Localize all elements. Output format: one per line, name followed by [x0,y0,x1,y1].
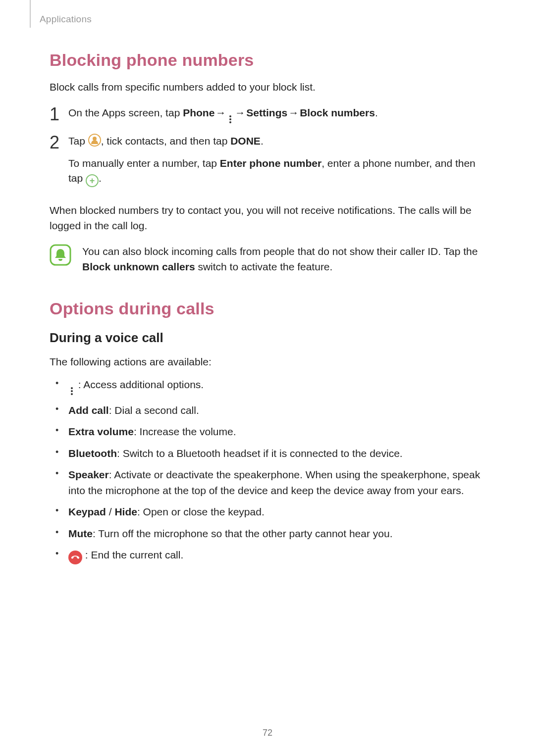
mute-text: : Turn off the microphone so that the ot… [93,528,392,539]
plus-icon: + [86,174,99,187]
list-item-end-call: : End the current call. [66,547,485,564]
steps-list: 1 On the Apps screen, tap Phone → → Sett… [50,105,485,194]
arrow-icon: → [214,105,227,120]
label-enter-phone-number: Enter phone number [220,157,321,169]
step-2-body: Tap , tick contacts, and then tap DONE. … [68,134,485,194]
speaker-text: : Activate or deactivate the speakerphon… [68,469,480,496]
actions-list: : Access additional options. Add call: D… [50,377,485,565]
step-2-line1-mid: , tick contacts, and then tap [101,135,231,147]
keypad-text: : Open or close the keypad. [137,506,265,517]
heading-options-during-calls: Options during calls [50,299,485,318]
list-item-keypad: Keypad / Hide: Open or close the keypad. [66,504,485,520]
label-mute: Mute [68,528,93,539]
page-number: 72 [263,728,272,738]
label-add-call: Add call [68,404,109,416]
header-rule [30,0,31,28]
step-1-end: . [375,107,378,118]
page: Applications Blocking phone numbers Bloc… [0,0,535,756]
extra-volume-text: : Increase the volume. [134,426,236,437]
actions-intro: The following actions are available: [50,354,485,369]
list-item-add-call: Add call: Dial a second call. [66,403,485,418]
list-item-extra-volume: Extra volume: Increase the volume. [66,424,485,440]
arrow-icon: → [287,105,300,120]
note-text: You can also block incoming calls from p… [82,244,485,274]
step-number-2: 2 [50,134,68,151]
contact-icon [88,134,101,147]
label-settings: Settings [246,107,287,118]
breadcrumb: Applications [40,14,485,25]
step-2-line1-pre: Tap [68,135,88,147]
keypad-sep: / [106,506,115,517]
label-extra-volume: Extra volume [68,426,134,437]
step-number-1: 1 [50,105,68,123]
heading-blocking-phone-numbers: Blocking phone numbers [50,50,485,70]
more-options-icon [227,114,234,125]
step-1-body: On the Apps screen, tap Phone → → Settin… [68,105,485,125]
end-call-text: : End the current call. [82,549,183,560]
more-text: : Access additional options. [75,379,204,390]
label-phone: Phone [183,107,214,118]
bluetooth-text: : Switch to a Bluetooth headset if it is… [117,448,403,459]
list-item-mute: Mute: Turn off the microphone so that th… [66,526,485,542]
note-bell-icon [50,244,71,266]
end-call-icon [68,551,82,564]
step-2-line2-end: . [99,172,102,184]
note-pre: You can also block incoming calls from p… [82,246,478,257]
label-speaker: Speaker [68,469,109,480]
list-item-speaker: Speaker: Activate or deactivate the spea… [66,467,485,498]
label-done: DONE [230,135,261,147]
label-block-numbers: Block numbers [300,107,375,118]
intro-paragraph: Block calls from specific numbers added … [50,80,485,95]
step-2: 2 Tap , tick contacts, and then tap DONE… [50,134,485,194]
list-item-more: : Access additional options. [66,377,485,397]
note-post: switch to activate the feature. [195,261,333,272]
label-keypad: Keypad [68,506,106,517]
more-options-icon [68,386,75,397]
after-steps-paragraph: When blocked numbers try to contact you,… [50,203,485,233]
step-1: 1 On the Apps screen, tap Phone → → Sett… [50,105,485,125]
label-hide: Hide [114,506,137,517]
step-2-line1-end: . [261,135,264,147]
step-2-line2-pre: To manually enter a number, tap [68,157,220,169]
list-item-bluetooth: Bluetooth: Switch to a Bluetooth headset… [66,446,485,461]
label-bluetooth: Bluetooth [68,448,117,459]
add-call-text: : Dial a second call. [109,404,199,416]
note-block: You can also block incoming calls from p… [50,244,485,274]
subheading-during-voice-call: During a voice call [50,330,485,346]
arrow-icon: → [234,105,246,120]
step-1-text-pre: On the Apps screen, tap [68,107,183,118]
label-block-unknown-callers: Block unknown callers [82,261,195,272]
